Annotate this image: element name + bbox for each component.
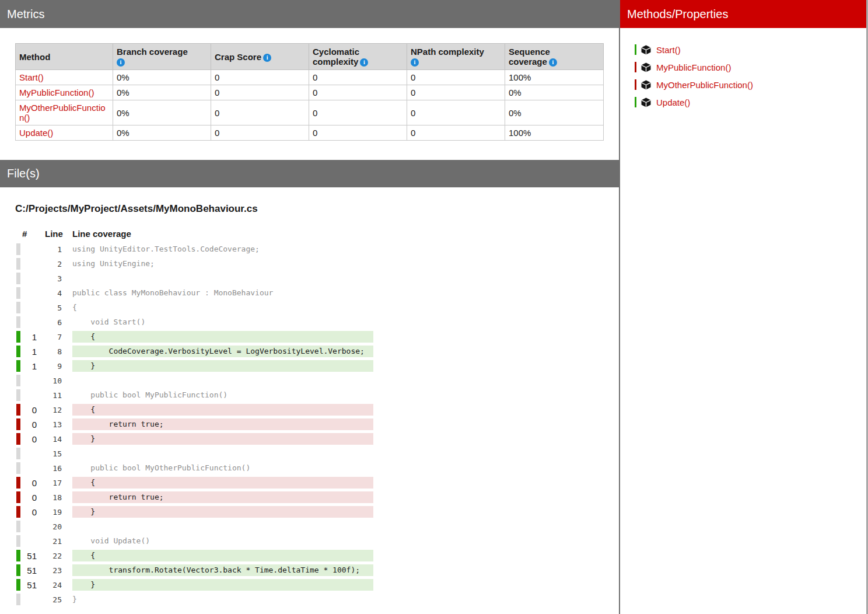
code-text: { <box>72 550 373 561</box>
line-number: 24 <box>37 579 62 591</box>
hit-count: 1 <box>20 346 37 357</box>
metrics-column-header-text: Sequence coveragei <box>509 47 579 67</box>
code-line-row: 25} <box>16 594 373 605</box>
code-line-row: 5124 } <box>16 579 373 591</box>
coverage-status-bar <box>635 97 636 107</box>
code-text <box>72 448 373 459</box>
files-section-title: File(s) <box>7 167 40 180</box>
coverage-indicator-bar <box>16 491 20 503</box>
sidebar-method-link[interactable]: Start() <box>656 45 681 55</box>
code-line-row: 19 } <box>16 360 373 372</box>
code-text: public bool MyPublicFunction() <box>72 389 373 401</box>
hit-count <box>20 521 37 532</box>
info-icon[interactable]: i <box>360 58 368 67</box>
code-line-row: 20 <box>16 521 373 532</box>
line-number: 12 <box>37 404 62 416</box>
metrics-method-cell: MyOtherPublicFunction() <box>16 100 113 125</box>
metrics-table-header-row: MethodBranch coverageiCrap ScoreiCycloma… <box>16 44 604 70</box>
line-number: 13 <box>37 418 62 430</box>
hit-count <box>20 389 37 401</box>
sidebar-method-item[interactable]: Update() <box>620 93 866 111</box>
hit-count: 1 <box>20 360 37 372</box>
code-text: } <box>72 594 373 605</box>
line-number: 7 <box>37 331 62 343</box>
main-column: Metrics MethodBranch coverageiCrap Score… <box>0 0 619 614</box>
files-section-header: File(s) <box>0 160 619 187</box>
gap <box>62 535 72 547</box>
info-icon[interactable]: i <box>411 58 419 67</box>
method-link[interactable]: Update() <box>19 128 53 138</box>
line-number: 3 <box>37 273 62 284</box>
sidebar-method-item[interactable]: Start() <box>620 41 866 58</box>
hit-count <box>20 287 37 299</box>
info-icon[interactable]: i <box>549 58 557 67</box>
code-text: void Start() <box>72 316 373 328</box>
metrics-row: MyPublicFunction()0%0000% <box>16 85 604 100</box>
gap <box>62 477 72 489</box>
metrics-value-cell: 0 <box>407 100 505 125</box>
code-line-row: 5123 transform.Rotate(Vector3.back * Tim… <box>16 564 373 576</box>
method-link[interactable]: MyOtherPublicFunction() <box>19 103 106 123</box>
metrics-method-cell: Start() <box>16 70 113 85</box>
line-number: 16 <box>37 462 62 474</box>
gap <box>62 346 72 357</box>
metrics-value-cell: 100% <box>505 125 604 141</box>
metrics-column-label: Sequence coverage <box>509 47 550 67</box>
info-icon[interactable]: i <box>117 58 125 67</box>
line-number: 9 <box>37 360 62 372</box>
code-line-row: 16 public bool MyOtherPublicFunction() <box>16 462 373 474</box>
code-text: using UnityEngine; <box>72 258 373 270</box>
gap <box>62 579 72 591</box>
line-number: 15 <box>37 448 62 459</box>
sidebar-method-item[interactable]: MyOtherPublicFunction() <box>620 76 866 93</box>
file-path: C:/Projects/MyProject/Assets/MyMonoBehav… <box>15 203 258 215</box>
method-link[interactable]: MyPublicFunction() <box>19 88 94 97</box>
code-line-row: 3 <box>16 273 373 284</box>
coverage-indicator-bar <box>16 389 20 401</box>
code-text: { <box>72 477 373 489</box>
coverage-indicator-bar <box>16 579 20 591</box>
gap <box>62 433 72 445</box>
hit-count <box>20 302 37 313</box>
sidebar-method-item[interactable]: MyPublicFunction() <box>620 58 866 76</box>
metrics-value-cell: 0% <box>113 85 211 100</box>
line-number: 8 <box>37 346 62 357</box>
sidebar-method-link[interactable]: Update() <box>656 97 690 107</box>
sidebar-method-link[interactable]: MyPublicFunction() <box>656 62 731 72</box>
hit-count: 0 <box>20 418 37 430</box>
line-number: 19 <box>37 506 62 518</box>
metrics-column-header-text: Cyclomatic complexityi <box>313 47 383 67</box>
code-line-row: 017 { <box>16 477 373 489</box>
hit-count <box>20 375 37 386</box>
cube-icon <box>641 80 651 90</box>
methods-section-header: Methods/Properties <box>620 0 866 28</box>
hit-count <box>20 258 37 270</box>
code-line-row: 012 { <box>16 404 373 416</box>
gap <box>62 331 72 343</box>
metrics-value-cell: 0% <box>113 100 211 125</box>
gap <box>62 360 72 372</box>
coverage-indicator-bar <box>16 258 20 270</box>
info-icon[interactable]: i <box>263 54 271 62</box>
coverage-indicator-bar <box>16 418 20 430</box>
metrics-column-header-text: Method <box>19 52 50 62</box>
hit-count: 51 <box>20 550 37 561</box>
metrics-column-label: Cyclomatic complexity <box>313 47 359 67</box>
cube-icon <box>641 97 651 107</box>
metrics-value-cell: 0 <box>309 100 407 125</box>
metrics-value-cell: 0 <box>309 85 407 100</box>
code-line-row: 5{ <box>16 302 373 313</box>
hit-count <box>20 243 37 255</box>
hit-count: 51 <box>20 564 37 576</box>
coverage-indicator-bar <box>16 462 20 474</box>
code-text <box>72 375 373 386</box>
gap <box>62 506 72 518</box>
coverage-indicator-bar <box>16 287 20 299</box>
code-line-row: 013 return true; <box>16 418 373 430</box>
coverage-indicator-bar <box>16 506 20 518</box>
sidebar-method-link[interactable]: MyOtherPublicFunction() <box>656 80 753 90</box>
method-link[interactable]: Start() <box>19 72 44 82</box>
hit-count <box>20 462 37 474</box>
code-line-row: 4public class MyMonoBehaviour : MonoBeha… <box>16 287 373 299</box>
code-text: { <box>72 331 373 343</box>
